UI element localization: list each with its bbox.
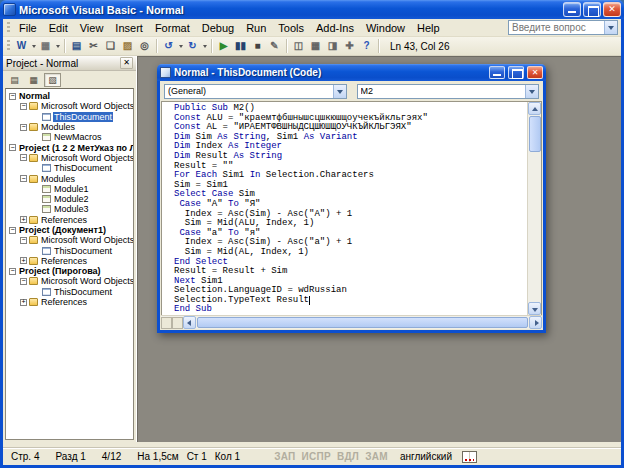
find-button[interactable]: ◎ bbox=[136, 38, 153, 54]
collapse-icon[interactable]: − bbox=[20, 124, 27, 131]
tree-item[interactable]: +References bbox=[6, 256, 133, 266]
status-toggle[interactable]: ЗАМ bbox=[365, 451, 388, 462]
tree-item[interactable]: −Microsoft Word Objects bbox=[6, 235, 133, 245]
procedure-dropdown[interactable]: M2 bbox=[357, 84, 540, 99]
collapse-icon[interactable]: − bbox=[9, 268, 16, 275]
toolbox-button[interactable]: ✚ bbox=[341, 38, 358, 54]
status-toggle[interactable]: ВДЛ bbox=[337, 451, 359, 462]
collapse-icon[interactable]: − bbox=[20, 175, 27, 182]
tree-item[interactable]: Module2 bbox=[6, 194, 133, 204]
tree-item[interactable]: ThisDocument bbox=[6, 112, 133, 122]
maximize-restore-button[interactable] bbox=[583, 2, 601, 17]
scroll-right-button[interactable] bbox=[529, 316, 542, 329]
scroll-down-button[interactable] bbox=[528, 302, 541, 315]
menubar-grip-icon[interactable] bbox=[7, 22, 10, 34]
design-mode-button[interactable]: ✎ bbox=[266, 38, 283, 54]
view-code-button[interactable]: ▤ bbox=[6, 73, 23, 87]
project-tree[interactable]: −Normal−Microsoft Word ObjectsThisDocume… bbox=[5, 88, 134, 440]
menu-file[interactable]: File bbox=[13, 21, 43, 35]
status-toggle[interactable]: ИСПР bbox=[302, 451, 331, 462]
reset-button[interactable]: ■ bbox=[249, 38, 266, 54]
tree-item[interactable]: ThisDocument bbox=[6, 163, 133, 173]
code-window-titlebar[interactable]: Normal - ThisDocument (Code) bbox=[157, 64, 546, 81]
expand-icon[interactable]: + bbox=[20, 299, 27, 306]
toolbar-grip-icon[interactable] bbox=[7, 40, 10, 52]
run-button[interactable]: ▶ bbox=[215, 38, 232, 54]
status-toggle[interactable]: ЗАП bbox=[274, 451, 295, 462]
horizontal-scroll-thumb[interactable] bbox=[197, 317, 528, 328]
help-button[interactable]: ? bbox=[358, 38, 375, 54]
chevron-down-icon[interactable] bbox=[177, 38, 184, 54]
project-explorer-button[interactable]: ◫ bbox=[290, 38, 307, 54]
collapse-icon[interactable]: − bbox=[20, 103, 27, 110]
menu-add-ins[interactable]: Add-Ins bbox=[310, 21, 360, 35]
menu-edit[interactable]: Edit bbox=[43, 21, 74, 35]
copy-button[interactable]: ❏ bbox=[102, 38, 119, 54]
chevron-down-icon[interactable] bbox=[201, 38, 208, 54]
tree-item[interactable]: −Project (Пирогова) bbox=[6, 266, 133, 276]
object-dropdown[interactable]: (General) bbox=[164, 84, 347, 99]
tree-item[interactable]: ThisDocument bbox=[6, 287, 133, 297]
question-input[interactable] bbox=[509, 22, 604, 33]
tree-item[interactable]: −Project (1 2 2 МетУказ по ЛР) bbox=[6, 142, 133, 152]
tree-item[interactable]: −Normal bbox=[6, 91, 133, 101]
collapse-icon[interactable]: − bbox=[9, 144, 16, 151]
code-maximize-button[interactable] bbox=[508, 66, 524, 79]
code-minimize-button[interactable] bbox=[489, 66, 505, 79]
tree-item[interactable]: −Modules bbox=[6, 173, 133, 183]
tree-item[interactable]: NewMacros bbox=[6, 132, 133, 142]
tree-item[interactable]: Module3 bbox=[6, 204, 133, 214]
menu-help[interactable]: Help bbox=[411, 21, 446, 35]
chevron-down-icon[interactable] bbox=[54, 38, 61, 54]
menu-insert[interactable]: Insert bbox=[109, 21, 149, 35]
vertical-scrollbar[interactable] bbox=[527, 102, 541, 315]
toggle-folders-button[interactable]: ▧ bbox=[44, 73, 61, 87]
collapse-icon[interactable]: − bbox=[20, 237, 27, 244]
collapse-icon[interactable]: − bbox=[20, 278, 27, 285]
horizontal-scrollbar[interactable] bbox=[161, 315, 542, 329]
chevron-down-icon[interactable] bbox=[604, 21, 617, 34]
type-a-question-box[interactable] bbox=[508, 20, 618, 35]
tree-item[interactable]: +References bbox=[6, 215, 133, 225]
menu-tools[interactable]: Tools bbox=[272, 21, 310, 35]
full-module-view-button[interactable] bbox=[172, 317, 183, 329]
menu-view[interactable]: View bbox=[74, 21, 110, 35]
chevron-down-icon[interactable] bbox=[333, 85, 346, 98]
object-browser-button[interactable]: ◨ bbox=[324, 38, 341, 54]
redo-button[interactable]: ↻ bbox=[184, 38, 201, 54]
spellcheck-book-icon[interactable] bbox=[462, 451, 477, 463]
tree-item[interactable]: −Microsoft Word Objects bbox=[6, 101, 133, 111]
collapse-icon[interactable]: − bbox=[20, 154, 27, 161]
project-panel-close-button[interactable]: ✕ bbox=[120, 57, 133, 69]
cut-button[interactable]: ✂ bbox=[85, 38, 102, 54]
code-editor[interactable]: Public Sub M2()Const ALU = "краемтфбшныш… bbox=[162, 102, 527, 315]
collapse-icon[interactable]: − bbox=[9, 227, 16, 234]
chevron-down-icon[interactable] bbox=[525, 85, 538, 98]
save-button[interactable]: ▤ bbox=[68, 38, 85, 54]
tree-item[interactable]: −Project (Документ1) bbox=[6, 225, 133, 235]
tree-item[interactable]: −Microsoft Word Objects bbox=[6, 276, 133, 286]
collapse-icon[interactable]: − bbox=[9, 93, 16, 100]
paste-button[interactable]: ▨ bbox=[119, 38, 136, 54]
minimize-button[interactable] bbox=[563, 2, 581, 17]
tree-item[interactable]: −Microsoft Word Objects bbox=[6, 153, 133, 163]
expand-icon[interactable]: + bbox=[20, 216, 27, 223]
chevron-down-icon[interactable] bbox=[30, 38, 37, 54]
view-object-button[interactable]: ▦ bbox=[25, 73, 42, 87]
view-word-button[interactable]: W bbox=[13, 38, 30, 54]
scroll-up-button[interactable] bbox=[528, 102, 541, 115]
expand-icon[interactable]: + bbox=[20, 257, 27, 264]
code-close-button[interactable] bbox=[527, 66, 543, 79]
break-button[interactable]: ▮▮ bbox=[232, 38, 249, 54]
tree-item[interactable]: −Modules bbox=[6, 122, 133, 132]
menu-format[interactable]: Format bbox=[149, 21, 196, 35]
tree-item[interactable]: +References bbox=[6, 297, 133, 307]
tree-item[interactable]: Module1 bbox=[6, 184, 133, 194]
scroll-left-button[interactable] bbox=[183, 316, 196, 329]
tree-item[interactable]: ThisDocument bbox=[6, 245, 133, 255]
close-button[interactable] bbox=[603, 2, 621, 17]
procedure-view-button[interactable] bbox=[161, 317, 172, 329]
menu-debug[interactable]: Debug bbox=[196, 21, 240, 35]
vertical-scroll-thumb[interactable] bbox=[529, 116, 541, 152]
menu-run[interactable]: Run bbox=[240, 21, 272, 35]
